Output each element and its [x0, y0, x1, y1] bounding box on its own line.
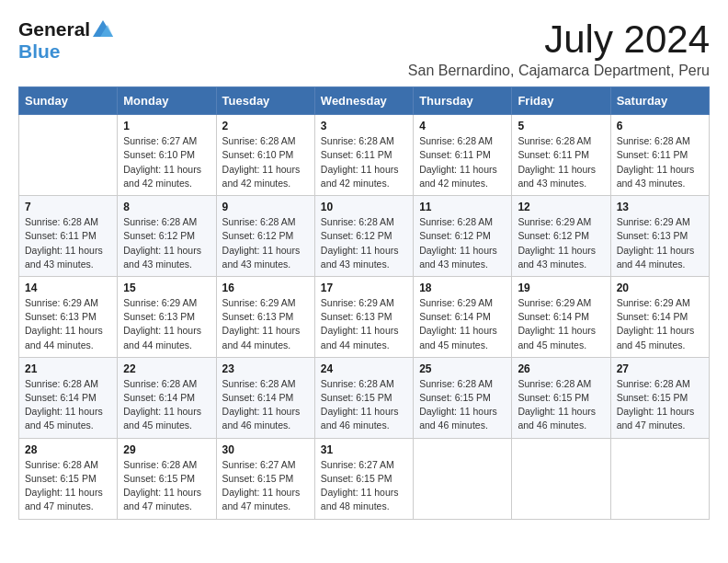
day-number: 18 [419, 282, 506, 294]
day-detail: Sunrise: 6:29 AM Sunset: 6:13 PM Dayligh… [25, 296, 111, 352]
day-detail: Sunrise: 6:29 AM Sunset: 6:13 PM Dayligh… [222, 296, 309, 352]
logo: General Blue [18, 18, 113, 63]
day-number: 22 [123, 362, 210, 375]
day-number: 31 [321, 443, 407, 456]
calendar-cell: 28Sunrise: 6:28 AM Sunset: 6:15 PM Dayli… [19, 438, 118, 519]
calendar-cell [414, 438, 512, 519]
calendar-cell: 8Sunrise: 6:28 AM Sunset: 6:12 PM Daylig… [118, 196, 216, 277]
calendar-cell: 24Sunrise: 6:28 AM Sunset: 6:15 PM Dayli… [314, 357, 413, 438]
day-detail: Sunrise: 6:27 AM Sunset: 6:15 PM Dayligh… [321, 458, 407, 514]
day-detail: Sunrise: 6:28 AM Sunset: 6:15 PM Dayligh… [123, 458, 210, 514]
day-number: 16 [222, 282, 309, 294]
calendar-cell: 23Sunrise: 6:28 AM Sunset: 6:14 PM Dayli… [216, 357, 314, 438]
calendar-cell: 15Sunrise: 6:29 AM Sunset: 6:13 PM Dayli… [118, 276, 216, 357]
calendar-header-row: SundayMondayTuesdayWednesdayThursdayFrid… [19, 87, 710, 115]
day-detail: Sunrise: 6:28 AM Sunset: 6:12 PM Dayligh… [123, 215, 210, 271]
calendar-body: 1Sunrise: 6:27 AM Sunset: 6:10 PM Daylig… [19, 115, 710, 519]
calendar-header-sunday: Sunday [19, 87, 118, 115]
calendar-cell [512, 438, 610, 519]
day-detail: Sunrise: 6:28 AM Sunset: 6:11 PM Dayligh… [617, 134, 703, 190]
day-number: 28 [25, 443, 111, 456]
calendar-cell: 18Sunrise: 6:29 AM Sunset: 6:14 PM Dayli… [414, 276, 512, 357]
day-number: 2 [222, 120, 309, 132]
day-detail: Sunrise: 6:27 AM Sunset: 6:10 PM Dayligh… [123, 134, 210, 190]
calendar-cell: 2Sunrise: 6:28 AM Sunset: 6:10 PM Daylig… [216, 115, 314, 196]
day-number: 1 [123, 120, 210, 132]
calendar-header-monday: Monday [118, 87, 216, 115]
calendar-week-2: 7Sunrise: 6:28 AM Sunset: 6:11 PM Daylig… [19, 196, 710, 277]
day-detail: Sunrise: 6:27 AM Sunset: 6:15 PM Dayligh… [222, 458, 309, 514]
day-detail: Sunrise: 6:28 AM Sunset: 6:14 PM Dayligh… [222, 377, 309, 433]
calendar-header-friday: Friday [512, 87, 610, 115]
calendar-cell: 10Sunrise: 6:28 AM Sunset: 6:12 PM Dayli… [314, 196, 413, 277]
day-number: 26 [518, 362, 604, 375]
day-detail: Sunrise: 6:28 AM Sunset: 6:15 PM Dayligh… [321, 377, 407, 433]
day-number: 9 [222, 201, 309, 213]
logo-general-text: General [18, 18, 90, 40]
day-detail: Sunrise: 6:28 AM Sunset: 6:11 PM Dayligh… [25, 215, 111, 271]
calendar-cell: 20Sunrise: 6:29 AM Sunset: 6:14 PM Dayli… [610, 276, 709, 357]
calendar-cell: 16Sunrise: 6:29 AM Sunset: 6:13 PM Dayli… [216, 276, 314, 357]
day-number: 21 [25, 362, 111, 375]
calendar-cell: 7Sunrise: 6:28 AM Sunset: 6:11 PM Daylig… [19, 196, 118, 277]
calendar-cell: 29Sunrise: 6:28 AM Sunset: 6:15 PM Dayli… [118, 438, 216, 519]
day-detail: Sunrise: 6:29 AM Sunset: 6:14 PM Dayligh… [518, 296, 604, 352]
logo-bird-icon [93, 20, 113, 37]
header: General Blue July 2024 San Bernardino, C… [18, 18, 710, 79]
day-detail: Sunrise: 6:28 AM Sunset: 6:15 PM Dayligh… [419, 377, 506, 433]
calendar-header-wednesday: Wednesday [314, 87, 413, 115]
calendar-cell: 14Sunrise: 6:29 AM Sunset: 6:13 PM Dayli… [19, 276, 118, 357]
day-detail: Sunrise: 6:29 AM Sunset: 6:13 PM Dayligh… [321, 296, 407, 352]
day-number: 24 [321, 362, 407, 375]
day-detail: Sunrise: 6:29 AM Sunset: 6:13 PM Dayligh… [617, 215, 703, 271]
day-number: 8 [123, 201, 210, 213]
day-number: 6 [617, 120, 703, 132]
logo-blue-text: Blue [18, 40, 61, 62]
calendar-cell: 12Sunrise: 6:29 AM Sunset: 6:12 PM Dayli… [512, 196, 610, 277]
day-detail: Sunrise: 6:28 AM Sunset: 6:11 PM Dayligh… [419, 134, 506, 190]
calendar-cell: 11Sunrise: 6:28 AM Sunset: 6:12 PM Dayli… [414, 196, 512, 277]
day-detail: Sunrise: 6:29 AM Sunset: 6:12 PM Dayligh… [518, 215, 604, 271]
day-number: 3 [321, 120, 407, 132]
calendar-cell: 25Sunrise: 6:28 AM Sunset: 6:15 PM Dayli… [414, 357, 512, 438]
day-detail: Sunrise: 6:28 AM Sunset: 6:15 PM Dayligh… [25, 458, 111, 514]
day-number: 7 [25, 201, 111, 213]
day-detail: Sunrise: 6:28 AM Sunset: 6:12 PM Dayligh… [222, 215, 309, 271]
day-number: 12 [518, 201, 604, 213]
day-detail: Sunrise: 6:29 AM Sunset: 6:14 PM Dayligh… [617, 296, 703, 352]
day-number: 19 [518, 282, 604, 294]
day-number: 27 [617, 362, 703, 375]
calendar-cell: 17Sunrise: 6:29 AM Sunset: 6:13 PM Dayli… [314, 276, 413, 357]
calendar-header-thursday: Thursday [414, 87, 512, 115]
day-detail: Sunrise: 6:28 AM Sunset: 6:11 PM Dayligh… [321, 134, 407, 190]
page-subtitle: San Bernardino, Cajamarca Department, Pe… [408, 63, 710, 79]
day-number: 29 [123, 443, 210, 456]
calendar-cell: 21Sunrise: 6:28 AM Sunset: 6:14 PM Dayli… [19, 357, 118, 438]
day-detail: Sunrise: 6:28 AM Sunset: 6:14 PM Dayligh… [123, 377, 210, 433]
calendar-cell: 3Sunrise: 6:28 AM Sunset: 6:11 PM Daylig… [314, 115, 413, 196]
page-title: July 2024 [408, 18, 710, 61]
calendar-cell: 6Sunrise: 6:28 AM Sunset: 6:11 PM Daylig… [610, 115, 709, 196]
day-number: 20 [617, 282, 703, 294]
calendar-cell: 27Sunrise: 6:28 AM Sunset: 6:15 PM Dayli… [610, 357, 709, 438]
day-number: 23 [222, 362, 309, 375]
calendar-week-5: 28Sunrise: 6:28 AM Sunset: 6:15 PM Dayli… [19, 438, 710, 519]
calendar-week-4: 21Sunrise: 6:28 AM Sunset: 6:14 PM Dayli… [19, 357, 710, 438]
calendar-cell: 31Sunrise: 6:27 AM Sunset: 6:15 PM Dayli… [314, 438, 413, 519]
day-detail: Sunrise: 6:28 AM Sunset: 6:15 PM Dayligh… [518, 377, 604, 433]
calendar-cell: 19Sunrise: 6:29 AM Sunset: 6:14 PM Dayli… [512, 276, 610, 357]
day-number: 10 [321, 201, 407, 213]
calendar-week-3: 14Sunrise: 6:29 AM Sunset: 6:13 PM Dayli… [19, 276, 710, 357]
day-detail: Sunrise: 6:28 AM Sunset: 6:10 PM Dayligh… [222, 134, 309, 190]
day-number: 17 [321, 282, 407, 294]
calendar-cell [19, 115, 118, 196]
calendar-cell: 26Sunrise: 6:28 AM Sunset: 6:15 PM Dayli… [512, 357, 610, 438]
calendar-cell [610, 438, 709, 519]
calendar-cell: 13Sunrise: 6:29 AM Sunset: 6:13 PM Dayli… [610, 196, 709, 277]
day-detail: Sunrise: 6:28 AM Sunset: 6:14 PM Dayligh… [25, 377, 111, 433]
day-number: 13 [617, 201, 703, 213]
day-detail: Sunrise: 6:29 AM Sunset: 6:13 PM Dayligh… [123, 296, 210, 352]
day-number: 4 [419, 120, 506, 132]
day-number: 11 [419, 201, 506, 213]
day-number: 15 [123, 282, 210, 294]
